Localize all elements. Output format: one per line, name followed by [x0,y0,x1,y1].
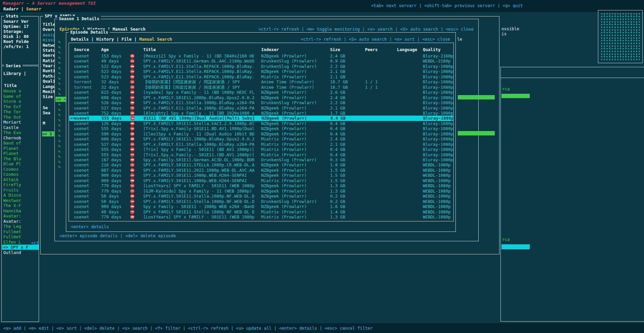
series-list-item[interactable]: The Blu [3,156,38,161]
episode-monitor-marker[interactable]: ✎ [58,66,61,71]
episode-monitor-marker[interactable]: ✎ [58,128,61,133]
release-row[interactable]: =>usenet555 days01E11 (BD AV1 1080p)[Dua… [69,116,453,121]
episode-monitor-marker[interactable]: ✎ [58,112,61,117]
release-row[interactable]: usenet50 daysSPY.x.FAMILY.S01E11.Stella.… [69,199,453,204]
release-row[interactable]: usenet49 daysSPY.x.FAMILY.S01E11.German.… [69,58,453,64]
series-list-item[interactable]: Game of [3,94,38,99]
series-list-item[interactable]: Fullmet [3,229,38,234]
manual-search-table[interactable]: SourceAgeTitleIndexerSizePeersLanguageQu… [69,43,454,221]
series-list-item[interactable]: Storm o [3,99,38,104]
release-row[interactable]: usenet779 days[GJM-Kaleido] Spy x Family… [69,189,453,194]
episode-monitor-marker[interactable]: ✎ [58,76,61,81]
series-list-item[interactable]: The Leg [3,224,38,229]
series-list-item[interactable]: House o [3,88,38,93]
series-list-item[interactable]: Outland [3,250,38,255]
series-list-item[interactable]: Cosmos [3,172,38,177]
release-row[interactable]: usenet522 daysSPY.x.FAMILY.E11.Stella.RE… [69,64,453,69]
episode-monitor-marker[interactable]: ✎ [58,154,61,159]
release-row[interactable]: usenet216 daysSPY.x.FAMILY.S01E11.STELLA… [69,162,453,168]
release-row[interactable]: usenet50 daysSPY.x.FAMILY.S01E11.Stella.… [69,194,453,199]
release-row[interactable]: usenet909 daysSpy x Family - S01E11 - 10… [69,204,453,209]
selected-episode-monitor-marker[interactable]: => ✎ [55,97,67,102]
episode-monitor-marker[interactable]: ✎ [58,159,61,164]
tab-sonarr[interactable]: Sonarr [26,6,41,11]
episode-monitor-marker[interactable]: ✎ [58,164,61,169]
series-list-item[interactable]: The X-F [3,203,38,208]
episode-monitor-marker[interactable]: ✎ [58,50,61,55]
episode-monitor-marker[interactable]: ✎ [58,133,61,138]
series-list-item[interactable]: Avatar: [3,213,38,218]
series-list-item[interactable]: The Ter [3,109,38,114]
series-list-item[interactable]: Castle [3,125,38,130]
release-row[interactable]: usenet153 days[Moozzi2] Spy x Family - 1… [69,53,453,59]
series-list-item[interactable]: Band of [3,140,38,145]
series-list-item[interactable]: Attack [3,177,38,182]
release-row[interactable]: usenet527 daysSPY.x.FAMILY.E11.Stella.10… [69,106,453,111]
tab-manual-search[interactable]: Manual Search [139,37,172,42]
episode-monitor-marker[interactable]: ✎ [58,102,61,107]
episode-monitor-marker[interactable]: ✎ [58,118,61,123]
release-row[interactable]: usenet590 days[Cleo]Spy x Family - 11 (D… [69,131,453,137]
series-list-item[interactable]: Chernob [3,135,38,140]
release-row[interactable]: usenet752 days[Almighty] Spy x Family - … [69,111,453,116]
episode-monitor-marker[interactable]: ✎ [58,149,61,154]
episode-monitor-marker[interactable]: ✎ [58,81,61,86]
release-row[interactable]: usenet779 days[LostYears] SPY x FAMILY -… [69,183,453,189]
series-list-item[interactable]: Planet [3,151,38,156]
episode-monitor-marker[interactable]: ✎ [58,123,61,128]
release-row[interactable]: torrent32 days【喵萌奶茶屋】[間諜過家家 / 間諜家家酒 / SP… [69,79,453,85]
tab-radarr[interactable]: Radarr [3,6,18,11]
series-detail-fragment: Ratin [43,58,55,63]
episode-monitor-marker[interactable]: ✎ [58,39,61,44]
series-list-item[interactable]: Westwor [3,198,38,203]
series-list-item[interactable]: Blue Pl [3,161,38,166]
release-row[interactable]: usenet909 daysSPY.x.FAMILY.S01E11.1080p.… [69,173,453,178]
series-list-item[interactable]: The Out [3,115,38,120]
series-list-item[interactable]: Cosmos [3,167,38,172]
episode-monitor-marker[interactable]: ✎ [58,86,61,91]
series-list-item[interactable]: Moriart [3,120,38,125]
series-list-item[interactable]: Avatar: [3,219,38,224]
release-row[interactable]: usenet779 days[LostYears] SPY x FAMILY -… [69,214,453,220]
episode-monitor-marker[interactable]: ✎ [58,71,61,76]
episode-monitor-marker[interactable]: ✎ [58,143,61,149]
episode-monitor-marker[interactable]: ✎ [58,55,61,60]
release-row[interactable]: usenet523 daysSPY.x.FAMILY.E11.Stella.RE… [69,74,453,80]
release-row[interactable]: usenet126 daysSPY.X.FAMILY.S01E11.Stella… [69,121,453,126]
episode-monitor-marker[interactable]: ✎ [58,91,61,96]
release-row[interactable]: usenet555 days[Trix] Spy x Family - S01E… [69,147,453,152]
release-row[interactable]: usenet608 daysSPY.x.FAMILY.S01E11.1080p.… [69,95,453,100]
cell-size: 18.7 GB [330,79,348,84]
series-list-item[interactable]: Fullmet [3,234,38,239]
series-list-item[interactable]: Firefly [3,182,38,187]
rejected-icon [130,111,134,115]
rejected-icon [130,95,134,100]
series-list-item-selected[interactable]: => SPY x F [2,245,39,250]
release-row[interactable]: usenet909 daysSPY.x.FAMILY.S01E11.1080p.… [69,178,453,183]
series-list-item[interactable]: Planet [3,146,38,151]
tab-details[interactable]: Details [71,37,89,42]
series-list-item[interactable]: Fruits [3,188,38,193]
release-row[interactable]: usenet187 daysSpy.x.Family.S01E11.German… [69,157,453,163]
episode-monitor-marker[interactable]: ✎ [58,60,61,65]
release-row[interactable]: usenet615 days[nyadex] Spy x Family - 11… [69,90,453,95]
episode-monitor-marker[interactable]: ✎ [58,138,61,143]
release-row[interactable]: usenet49 daysSPY x FAMILY S01E11 Stella … [69,209,453,215]
series-list-item[interactable]: The Enf [3,104,38,109]
release-row[interactable]: usenet555 days[Trix].Spy.x.Family-S01E11… [69,126,453,131]
series-list[interactable]: House oGame ofStorm oThe EnfThe TerThe O… [2,66,39,322]
episode-monitor-marker[interactable]: ✎ [58,45,61,50]
series-list-item[interactable]: A Disco [3,193,38,198]
series-list-item[interactable]: The Exo [3,130,38,135]
release-row[interactable]: usenet608 daysSPY.x.FAMILY.S01E11.1080p.… [69,136,453,142]
release-row[interactable]: usenet527 daysSPY.x.FAMILY.E11.Stella.10… [69,142,453,147]
tab-history[interactable]: History [96,37,114,42]
release-row[interactable]: usenet887 daysSPY.x.FAMILY.S01E11.2022.1… [69,168,453,173]
release-row[interactable]: usenet526 daysSPY.x.FAMILY.E11.Stella.10… [69,100,453,106]
series-list-item[interactable]: Hanniba [3,208,38,213]
episode-monitor-marker[interactable]: ✎ [58,107,61,112]
release-row[interactable]: usenet523 daysSPY.x.FAMILY.E11.Stella.RE… [69,69,453,74]
release-row[interactable]: usenet555 days[Trix].Spy.x.Family.-.S01E… [69,152,453,158]
release-row[interactable]: torrent32 days【喵萌奶茶屋】[间谍过家家 / 间谍家家酒 / SP… [69,85,453,90]
tab-file[interactable]: File [122,37,132,42]
